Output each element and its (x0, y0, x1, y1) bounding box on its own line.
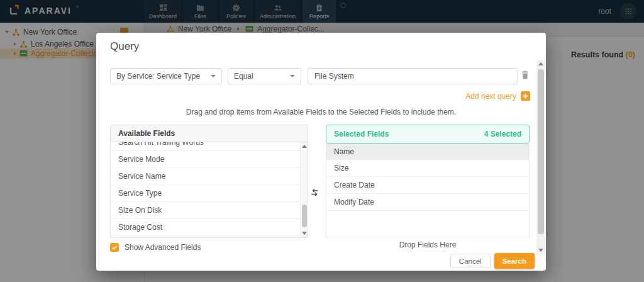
available-field-item[interactable]: Storage Cost (111, 219, 308, 236)
available-field-item[interactable]: Size On Disk (111, 202, 308, 219)
available-field-item[interactable]: Service Mode (111, 151, 308, 168)
available-field-item[interactable]: Service Type (111, 185, 308, 202)
query-field-select[interactable]: By Service: Service Type (110, 68, 222, 84)
checkbox-checked-icon[interactable] (110, 243, 119, 252)
scrollbar-thumb[interactable] (302, 205, 307, 227)
show-advanced-fields[interactable]: Show Advanced Fields (110, 243, 201, 252)
plus-icon (521, 91, 530, 101)
scroll-up-icon[interactable] (538, 62, 543, 65)
selected-fields-panel: Selected Fields 4 Selected Name Size Cre… (326, 125, 530, 237)
modal-buttons: Cancel Search (450, 253, 535, 269)
query-field-value: By Service: Service Type (116, 72, 200, 81)
trash-icon[interactable] (521, 70, 531, 81)
add-next-query-label: Add next query (465, 92, 516, 101)
modal-title: Query (110, 40, 139, 53)
selected-fields-header: Selected Fields 4 Selected (326, 125, 530, 144)
selected-field-item[interactable]: Size (326, 160, 529, 177)
available-fields-panel: Available Fields Search Hit Trailing Wor… (110, 125, 308, 238)
app-root: APARAVI ® Dashboard Files (0, 0, 644, 282)
query-modal: Query By Service: Service Type Equal Add… (96, 33, 546, 271)
drag-drop-instruction: Drag and drop items from Available Field… (96, 108, 546, 116)
available-fields-header: Available Fields (110, 125, 308, 142)
selected-fields-title: Selected Fields (334, 130, 389, 138)
drop-fields-hint: Drop Fields Here (326, 240, 530, 249)
selected-field-item[interactable]: Name (326, 144, 529, 160)
chevron-down-icon (211, 75, 216, 77)
transfer-arrows-icon (310, 188, 319, 197)
add-next-query-button[interactable]: Add next query (465, 91, 530, 101)
available-fields-list: Search Hit Trailing Words Service Mode S… (110, 142, 308, 238)
selected-fields-count: 4 Selected (484, 130, 521, 138)
scrollbar-thumb[interactable] (538, 69, 544, 234)
modal-scrollbar[interactable] (536, 60, 545, 254)
selected-field-item[interactable]: Modify Date (326, 194, 529, 211)
query-operator-value: Equal (234, 72, 253, 81)
chevron-down-icon (290, 75, 295, 77)
scroll-up-icon[interactable] (302, 145, 307, 148)
scroll-down-icon[interactable] (302, 232, 307, 235)
available-field-item[interactable]: Search Hit Trailing Words (111, 142, 308, 151)
show-advanced-fields-label: Show Advanced Fields (125, 243, 201, 252)
selected-fields-list: Name Size Create Date Modify Date (326, 144, 530, 237)
scroll-down-icon[interactable] (538, 249, 543, 252)
query-value-input[interactable] (308, 68, 518, 84)
query-operator-select[interactable]: Equal (228, 68, 301, 84)
available-fields-scrollbar[interactable] (300, 142, 308, 237)
search-button[interactable]: Search (494, 253, 535, 269)
cancel-button[interactable]: Cancel (450, 254, 491, 268)
available-field-item[interactable]: Service Name (111, 168, 308, 185)
selected-field-item[interactable]: Create Date (326, 177, 529, 194)
